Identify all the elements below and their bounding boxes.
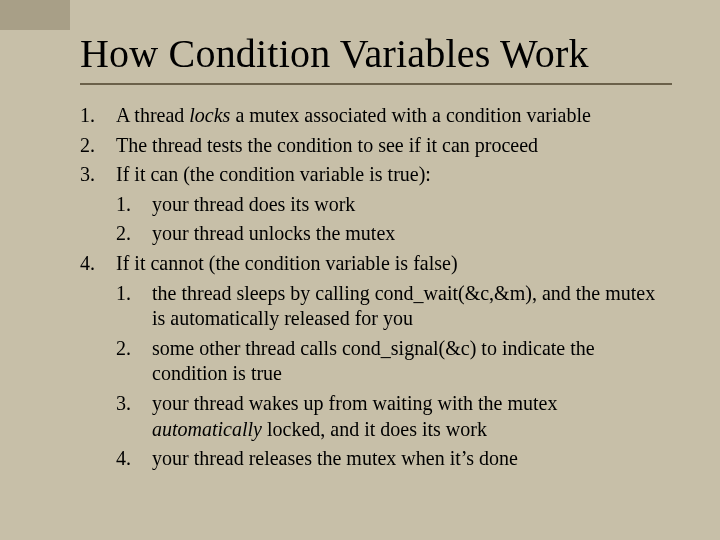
slide-title: How Condition Variables Work <box>48 30 672 77</box>
list-subitem: 1. your thread does its work <box>80 192 672 218</box>
subitem-number: 1. <box>116 281 152 307</box>
text-part: a mutex associated with a condition vari… <box>230 104 590 126</box>
item-text: The thread tests the condition to see if… <box>116 133 672 159</box>
slide: How Condition Variables Work 1. A thread… <box>0 0 720 540</box>
item-number: 2. <box>80 133 116 159</box>
subitem-text: the thread sleeps by calling cond_wait(&… <box>152 281 672 332</box>
list-item: 1. A thread locks a mutex associated wit… <box>80 103 672 129</box>
title-rule <box>80 83 672 85</box>
item-number: 3. <box>80 162 116 188</box>
item-text: If it can (the condition variable is tru… <box>116 162 672 188</box>
list-subitem: 3. your thread wakes up from waiting wit… <box>80 391 672 442</box>
list-subitem: 4. your thread releases the mutex when i… <box>80 446 672 472</box>
text-part: A thread <box>116 104 189 126</box>
subitem-text: your thread does its work <box>152 192 672 218</box>
list-item: 3. If it can (the condition variable is … <box>80 162 672 188</box>
subitem-number: 4. <box>116 446 152 472</box>
subitem-text: your thread unlocks the mutex <box>152 221 672 247</box>
text-part: your thread wakes up from waiting with t… <box>152 392 557 414</box>
text-italic: automatically <box>152 418 262 440</box>
subitem-number: 1. <box>116 192 152 218</box>
text-part: locked, and it does its work <box>262 418 487 440</box>
subitem-text: some other thread calls cond_signal(&c) … <box>152 336 672 387</box>
subitem-number: 3. <box>116 391 152 417</box>
item-text: A thread locks a mutex associated with a… <box>116 103 672 129</box>
list-subitem: 1. the thread sleeps by calling cond_wai… <box>80 281 672 332</box>
list-item: 4. If it cannot (the condition variable … <box>80 251 672 277</box>
subitem-number: 2. <box>116 221 152 247</box>
subitem-number: 2. <box>116 336 152 362</box>
item-number: 4. <box>80 251 116 277</box>
slide-body: 1. A thread locks a mutex associated wit… <box>48 103 672 472</box>
dogear-decoration <box>0 0 70 30</box>
list-item: 2. The thread tests the condition to see… <box>80 133 672 159</box>
subitem-text: your thread wakes up from waiting with t… <box>152 391 672 442</box>
list-subitem: 2. your thread unlocks the mutex <box>80 221 672 247</box>
text-italic: locks <box>189 104 230 126</box>
item-text: If it cannot (the condition variable is … <box>116 251 672 277</box>
subitem-text: your thread releases the mutex when it’s… <box>152 446 672 472</box>
list-subitem: 2. some other thread calls cond_signal(&… <box>80 336 672 387</box>
item-number: 1. <box>80 103 116 129</box>
